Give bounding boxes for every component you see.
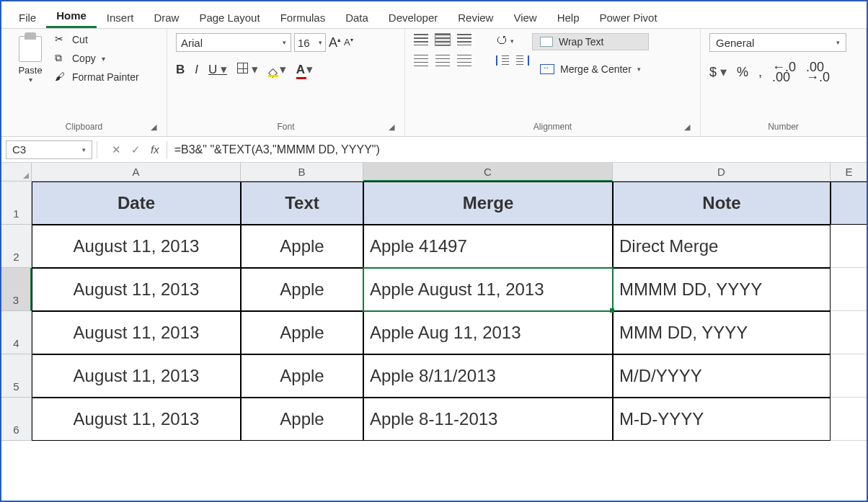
ribbon-tabs: File Home Insert Draw Page Layout Formul…: [1, 1, 867, 29]
tab-developer[interactable]: Developer: [378, 6, 448, 28]
cell-e3[interactable]: [831, 268, 868, 311]
cell-c5[interactable]: Apple 8/11/2013: [363, 354, 613, 398]
select-all-corner[interactable]: [1, 163, 32, 181]
cell-a5[interactable]: August 11, 2013: [32, 354, 241, 398]
align-right-button[interactable]: [457, 55, 471, 66]
cell-b1[interactable]: Text: [241, 181, 363, 225]
cut-button[interactable]: Cut: [55, 33, 139, 46]
increase-indent-button[interactable]: [516, 55, 529, 66]
decrease-font-button[interactable]: A▾: [344, 37, 353, 48]
cell-c6[interactable]: Apple 8-11-2013: [363, 398, 613, 441]
cell-e4[interactable]: [831, 311, 868, 354]
cell-b6[interactable]: Apple: [241, 398, 363, 441]
row-header-5[interactable]: 5: [1, 354, 32, 398]
comma-style-button[interactable]: ,: [758, 65, 762, 80]
tab-insert[interactable]: Insert: [97, 6, 144, 28]
font-size-select[interactable]: 16 ▾: [294, 33, 326, 52]
tab-review[interactable]: Review: [448, 6, 503, 28]
row-header-2[interactable]: 2: [1, 225, 32, 268]
cell-c4[interactable]: Apple Aug 11, 2013: [363, 311, 613, 354]
tab-formulas[interactable]: Formulas: [270, 6, 336, 28]
font-color-button[interactable]: A▾: [296, 62, 313, 77]
tab-view[interactable]: View: [503, 6, 546, 28]
cell-c1[interactable]: Merge: [363, 181, 613, 225]
cell-b3[interactable]: Apple: [241, 268, 363, 311]
col-header-d[interactable]: D: [613, 163, 831, 181]
borders-icon: [237, 63, 248, 73]
col-header-e[interactable]: E: [831, 163, 868, 181]
row-header-3[interactable]: 3: [1, 268, 32, 311]
bold-button[interactable]: B: [176, 63, 185, 77]
merge-label: Merge & Center: [560, 63, 632, 75]
tab-help[interactable]: Help: [547, 6, 590, 28]
cell-d3[interactable]: MMMM DD, YYYY: [613, 268, 831, 311]
cell-a6[interactable]: August 11, 2013: [32, 398, 241, 441]
decrease-indent-button[interactable]: [496, 55, 509, 66]
tab-draw[interactable]: Draw: [143, 6, 189, 28]
paste-button[interactable]: Paste ▾: [10, 33, 50, 84]
name-box[interactable]: C3 ▾: [6, 140, 92, 159]
decrease-decimal-button[interactable]: .00→.0: [806, 62, 830, 83]
increase-font-button[interactable]: A▴: [329, 35, 341, 50]
dialog-launcher-icon[interactable]: ◢: [684, 122, 690, 132]
fill-color-button[interactable]: ◇▾: [268, 62, 286, 77]
copy-button[interactable]: Copy ▾: [55, 52, 139, 65]
cell-d1[interactable]: Note: [613, 181, 831, 225]
cell-a2[interactable]: August 11, 2013: [32, 225, 241, 268]
cell-d6[interactable]: M-D-YYYY: [613, 398, 831, 441]
chevron-down-icon: ▾: [283, 39, 286, 46]
cell-a3[interactable]: August 11, 2013: [32, 268, 241, 311]
underline-button[interactable]: U ▾: [208, 62, 227, 77]
format-painter-button[interactable]: Format Painter: [55, 71, 139, 84]
cell-d2[interactable]: Direct Merge: [613, 225, 831, 268]
font-name-select[interactable]: Arial ▾: [176, 33, 291, 52]
col-header-b[interactable]: B: [241, 163, 363, 181]
cell-a1[interactable]: Date: [32, 181, 241, 225]
cell-e1[interactable]: [831, 181, 868, 225]
row-header-1[interactable]: 1: [1, 181, 32, 225]
cell-e5[interactable]: [831, 354, 868, 398]
col-header-a[interactable]: A: [32, 163, 241, 181]
cell-e2[interactable]: [831, 225, 868, 268]
cell-b4[interactable]: Apple: [241, 311, 363, 354]
increase-decimal-button[interactable]: ←.0.00: [772, 62, 796, 83]
tab-power-pivot[interactable]: Power Pivot: [590, 6, 668, 28]
cancel-formula-button[interactable]: ✕: [112, 143, 121, 156]
align-top-button[interactable]: [414, 34, 428, 45]
align-bottom-button[interactable]: [457, 34, 471, 45]
row-header-6[interactable]: 6: [1, 398, 32, 441]
formula-input[interactable]: =B3&" "&TEXT(A3,"MMMM DD, YYYY"): [174, 143, 867, 156]
dialog-launcher-icon[interactable]: ◢: [151, 122, 156, 132]
enter-formula-button[interactable]: ✓: [131, 143, 141, 156]
divider: [97, 141, 97, 158]
percent-button[interactable]: %: [737, 65, 748, 80]
tab-home[interactable]: Home: [46, 4, 97, 28]
cell-d5[interactable]: M/D/YYYY: [613, 354, 831, 398]
cell-b2[interactable]: Apple: [241, 225, 363, 268]
align-middle-button[interactable]: [435, 34, 450, 45]
orientation-button[interactable]: ⭯ ▾: [496, 33, 514, 46]
cell-c2[interactable]: Apple 41497: [363, 225, 613, 268]
cell-b5[interactable]: Apple: [241, 354, 363, 398]
merge-center-button[interactable]: Merge & Center ▾: [532, 60, 649, 78]
cell-c3[interactable]: Apple August 11, 2013: [363, 268, 613, 311]
tab-file[interactable]: File: [9, 6, 46, 28]
tab-page-layout[interactable]: Page Layout: [189, 6, 270, 28]
currency-button[interactable]: $ ▾: [709, 64, 727, 80]
cell-e6[interactable]: [831, 398, 868, 441]
cell-d4[interactable]: MMM DD, YYYY: [613, 311, 831, 354]
fx-icon[interactable]: fx: [151, 143, 159, 156]
number-format-select[interactable]: General ▾: [709, 33, 846, 52]
dialog-launcher-icon[interactable]: ◢: [389, 122, 394, 132]
align-left-button[interactable]: [414, 55, 428, 66]
col-header-c[interactable]: C: [363, 163, 613, 181]
cell-a4[interactable]: August 11, 2013: [32, 311, 241, 354]
align-center-button[interactable]: [435, 55, 450, 66]
italic-button[interactable]: I: [195, 63, 198, 77]
wrap-text-button[interactable]: Wrap Text: [532, 33, 649, 50]
row-header-4[interactable]: 4: [1, 311, 32, 354]
cut-label: Cut: [72, 34, 88, 45]
borders-button[interactable]: ▾: [237, 62, 258, 77]
chevron-down-icon: ▾: [29, 76, 32, 84]
tab-data[interactable]: Data: [335, 6, 378, 28]
